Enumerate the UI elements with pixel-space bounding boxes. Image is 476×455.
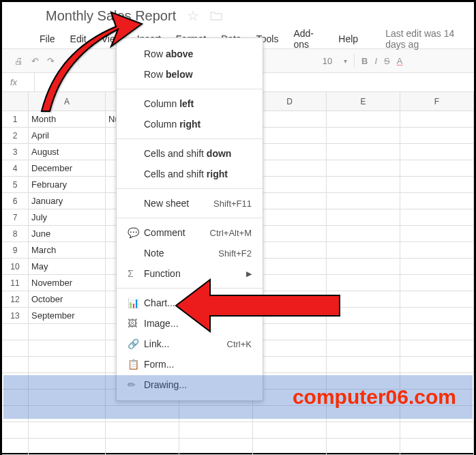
menu-entry[interactable]: Cells and shift down <box>117 143 263 164</box>
cell[interactable] <box>253 259 327 275</box>
cell[interactable] <box>253 357 327 373</box>
row-header[interactable]: 4 <box>2 160 29 177</box>
last-edit-text[interactable]: Last edit was 14 days ag <box>385 28 474 50</box>
cell[interactable] <box>29 357 106 373</box>
strike-button[interactable]: S <box>384 56 390 66</box>
cell[interactable]: May <box>29 259 106 275</box>
cell[interactable]: October <box>29 291 106 308</box>
menu-entry[interactable]: Column right <box>117 114 263 134</box>
cell[interactable] <box>400 177 474 193</box>
row-header[interactable] <box>2 357 29 373</box>
folder-icon[interactable] <box>210 8 222 24</box>
cell[interactable] <box>253 275 327 291</box>
cell[interactable] <box>253 128 327 144</box>
cell[interactable] <box>327 193 400 209</box>
menu-entry[interactable]: 📊Chart... <box>117 293 263 313</box>
cell[interactable] <box>253 209 327 226</box>
cell[interactable] <box>29 439 106 455</box>
col-header-d[interactable]: D <box>253 92 327 111</box>
cell[interactable] <box>327 291 400 308</box>
cell[interactable] <box>400 308 474 324</box>
cell[interactable] <box>400 128 474 144</box>
cell[interactable] <box>400 324 474 340</box>
cell[interactable] <box>400 242 474 259</box>
cell[interactable] <box>327 242 400 259</box>
menu-edit[interactable]: Edit <box>70 33 87 44</box>
menu-entry[interactable]: ΣFunction▶ <box>117 263 263 284</box>
row-header[interactable]: 13 <box>2 308 29 324</box>
undo-icon[interactable]: ↶ <box>31 56 39 66</box>
cell[interactable] <box>327 111 400 128</box>
cell[interactable] <box>327 128 400 144</box>
cell[interactable] <box>327 308 400 324</box>
cell[interactable] <box>253 193 327 209</box>
cell[interactable]: August <box>29 144 106 160</box>
cell[interactable] <box>327 259 400 275</box>
cell[interactable] <box>400 226 474 242</box>
menu-entry[interactable]: NoteShift+F2 <box>117 243 263 263</box>
cell[interactable]: January <box>29 193 106 209</box>
redo-icon[interactable]: ↷ <box>47 56 55 66</box>
font-size-input[interactable] <box>318 56 337 66</box>
menu-file[interactable]: File <box>40 33 55 44</box>
row-header[interactable]: 6 <box>2 193 29 209</box>
row-header[interactable]: 3 <box>2 144 29 160</box>
menu-entry[interactable]: New sheetShift+F11 <box>117 193 263 214</box>
cell[interactable] <box>327 144 400 160</box>
menu-entry[interactable]: 🔗Link...Ctrl+K <box>117 334 263 354</box>
cell[interactable]: September <box>29 308 106 324</box>
cell[interactable] <box>327 324 400 340</box>
cell[interactable] <box>400 111 474 128</box>
row-header[interactable] <box>2 340 29 357</box>
menu-entry[interactable]: Row below <box>117 64 263 85</box>
cell[interactable] <box>29 324 106 340</box>
menu-entry[interactable]: Cells and shift right <box>117 164 263 184</box>
cell[interactable]: February <box>29 177 106 193</box>
cell[interactable] <box>253 177 327 193</box>
cell[interactable]: July <box>29 209 106 226</box>
cell[interactable] <box>327 340 400 357</box>
cell[interactable] <box>400 439 474 455</box>
cell[interactable]: November <box>29 275 106 291</box>
cell[interactable] <box>106 439 179 455</box>
row-header[interactable]: 9 <box>2 242 29 259</box>
cell[interactable] <box>253 144 327 160</box>
cell[interactable] <box>400 275 474 291</box>
cell[interactable] <box>400 291 474 308</box>
row-header[interactable] <box>2 422 29 439</box>
cell[interactable] <box>327 275 400 291</box>
cell[interactable] <box>400 340 474 357</box>
row-header[interactable] <box>2 324 29 340</box>
cell[interactable] <box>253 111 327 128</box>
row-header[interactable]: 12 <box>2 291 29 308</box>
row-header[interactable]: 11 <box>2 275 29 291</box>
row-header[interactable]: 2 <box>2 128 29 144</box>
cell[interactable]: March <box>29 242 106 259</box>
cell[interactable] <box>400 259 474 275</box>
cell[interactable] <box>253 324 327 340</box>
cell[interactable] <box>400 357 474 373</box>
row-header[interactable]: 8 <box>2 226 29 242</box>
cell[interactable] <box>400 422 474 439</box>
cell[interactable] <box>253 226 327 242</box>
menu-entry[interactable]: 📋Form... <box>117 354 263 375</box>
cell[interactable] <box>253 422 327 439</box>
cell[interactable] <box>253 291 327 308</box>
bold-button[interactable]: B <box>361 56 368 66</box>
menu-entry[interactable]: 💬CommentCtrl+Alt+M <box>117 222 263 243</box>
cell[interactable]: December <box>29 160 106 177</box>
col-header-f[interactable]: F <box>400 92 474 111</box>
cell[interactable]: June <box>29 226 106 242</box>
star-icon[interactable]: ☆ <box>187 8 199 24</box>
cell[interactable]: April <box>29 128 106 144</box>
cell[interactable] <box>253 160 327 177</box>
row-header[interactable]: 7 <box>2 209 29 226</box>
paint-icon[interactable]: 🖌 <box>63 56 72 66</box>
cell[interactable] <box>179 422 253 439</box>
row-header[interactable]: 1 <box>2 111 29 128</box>
cell[interactable] <box>400 160 474 177</box>
document-title[interactable]: Monthly Sales Report <box>46 8 176 24</box>
cell[interactable]: Month <box>29 111 106 128</box>
cell[interactable] <box>400 193 474 209</box>
cell[interactable] <box>327 439 400 455</box>
